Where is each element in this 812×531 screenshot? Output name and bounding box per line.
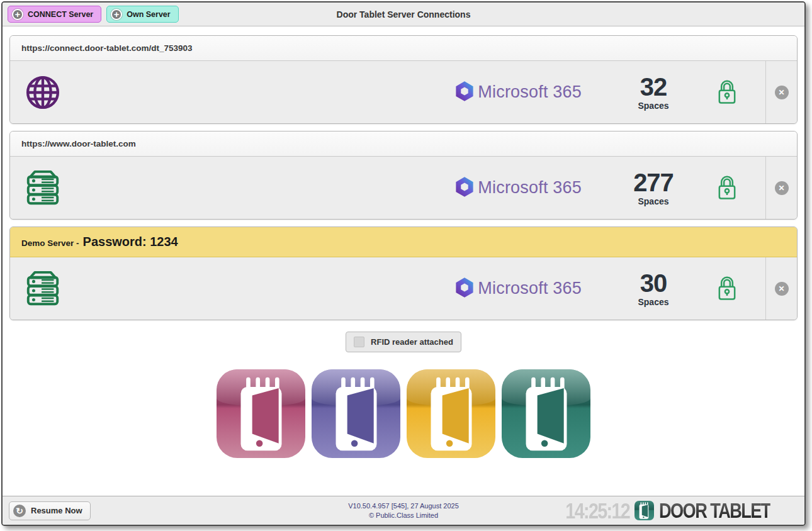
microsoft-365-logo: Microsoft 365: [453, 80, 582, 105]
resume-now-label: Resume Now: [31, 506, 82, 515]
door-tablet-theme-gold-icon[interactable]: [407, 369, 495, 458]
demo-password: Password: 1234: [83, 235, 178, 249]
spaces-counter: 277 Spaces: [631, 170, 676, 206]
server-card: https://www.door-tablet.com: [9, 131, 798, 220]
microsoft-365-icon: [453, 80, 476, 105]
clock-display: 14:25:12: [565, 498, 629, 523]
server-stack-icon: [23, 169, 63, 208]
plus-icon: +: [111, 9, 122, 20]
rfid-label: RFID reader attached: [371, 337, 453, 347]
spaces-count: 32: [631, 74, 676, 99]
refresh-icon: ↻: [13, 505, 26, 517]
close-icon[interactable]: ✕: [775, 181, 789, 195]
spaces-label: Spaces: [631, 101, 676, 111]
server-card: Demo Server - Password: 1234: [9, 226, 798, 320]
lock-icon[interactable]: [715, 79, 739, 106]
door-tablet-app-icon: [634, 501, 654, 520]
server-stack-icon: [23, 269, 63, 308]
server-card: https://connect.door-tablet.com/dt_75390…: [9, 35, 798, 124]
microsoft-365-icon: [453, 276, 476, 301]
close-icon[interactable]: ✕: [775, 282, 789, 296]
lock-icon[interactable]: [715, 175, 739, 201]
spaces-label: Spaces: [631, 196, 676, 206]
footer-bar: ↻ Resume Now V10.50.4.957 [545], 27 Augu…: [3, 496, 804, 525]
theme-icons-row: [9, 369, 798, 458]
lock-icon[interactable]: [715, 276, 739, 302]
server-card-body: Microsoft 365 32 Spaces: [10, 61, 797, 123]
door-tablet-theme-pink-icon[interactable]: [217, 369, 305, 458]
microsoft-365-logo: Microsoft 365: [453, 276, 582, 301]
microsoft-365-logo: Microsoft 365: [453, 176, 582, 201]
demo-server-header: Demo Server - Password: 1234: [10, 227, 797, 257]
server-url-header: https://connect.door-tablet.com/dt_75390…: [10, 36, 797, 61]
spaces-counter: 32 Spaces: [631, 74, 676, 111]
plus-icon: +: [12, 9, 23, 20]
globe-icon: [23, 74, 63, 111]
resume-now-button[interactable]: ↻ Resume Now: [9, 501, 91, 520]
server-url-header: https://www.door-tablet.com: [10, 131, 797, 157]
rfid-checkbox[interactable]: [354, 337, 364, 347]
server-card-body: Microsoft 365 277 Spaces: [10, 157, 797, 219]
own-server-label: Own Server: [127, 10, 170, 19]
top-toolbar: Door Tablet Server Connections + CONNECT…: [3, 3, 804, 26]
integration-label: Microsoft 365: [478, 279, 582, 298]
door-tablet-logo: DOOR TABLET: [659, 498, 770, 523]
spaces-count: 277: [631, 170, 676, 195]
spaces-label: Spaces: [631, 297, 676, 307]
spaces-counter: 30 Spaces: [631, 271, 676, 307]
rfid-reader-toggle[interactable]: RFID reader attached: [346, 332, 461, 352]
connect-server-button[interactable]: + CONNECT Server: [8, 6, 101, 23]
close-icon[interactable]: ✕: [775, 86, 789, 99]
connect-server-label: CONNECT Server: [28, 10, 93, 19]
spaces-count: 30: [631, 271, 676, 296]
integration-label: Microsoft 365: [478, 82, 582, 102]
app-window: Door Tablet Server Connections + CONNECT…: [1, 1, 806, 526]
door-tablet-theme-teal-icon[interactable]: [502, 369, 590, 458]
main-content: https://connect.door-tablet.com/dt_75390…: [3, 26, 804, 496]
own-server-button[interactable]: + Own Server: [106, 6, 178, 23]
door-tablet-theme-purple-icon[interactable]: [312, 369, 400, 458]
server-card-body: Microsoft 365 30 Spaces: [10, 257, 797, 320]
microsoft-365-icon: [453, 176, 476, 201]
integration-label: Microsoft 365: [478, 178, 582, 198]
